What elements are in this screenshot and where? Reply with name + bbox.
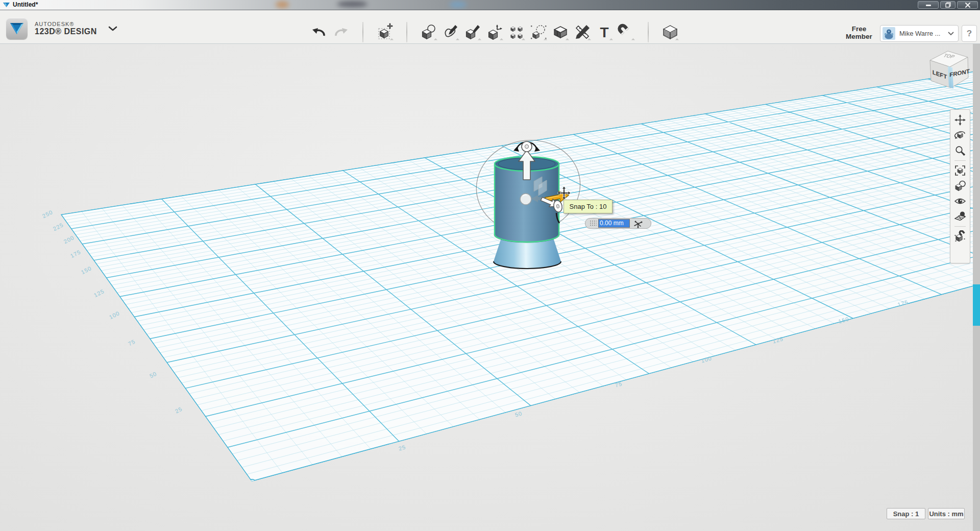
app-menu[interactable]: AUTODESK® 123D® DESIGN [6,18,117,39]
titlebar-blur-artifact [276,1,289,8]
grouping-tool-button[interactable] [529,23,548,41]
combine-tool-button[interactable] [551,23,570,41]
palette-separator [954,226,966,227]
redo-button[interactable] [332,23,350,41]
palette-separator [954,160,966,161]
brand-line2: 123D® DESIGN [35,27,97,36]
tool-strip: T [310,22,679,42]
material-tool-button[interactable] [661,23,679,41]
toolbar-separator [362,22,363,42]
membership-line2: Member [837,33,881,40]
pattern-tool-button[interactable] [507,23,526,41]
titlebar-blur-artifact [449,1,467,8]
app-logo-icon [3,2,10,8]
avatar [883,27,895,40]
membership-label: Free Member [837,25,881,40]
membership-line1: Free [837,25,881,33]
hide-selected-button[interactable] [952,178,968,194]
app-logo-tile [6,18,28,39]
units-setting-button[interactable]: Units : mm [928,508,965,519]
sketch-tool-button[interactable] [442,23,460,41]
text-tool-glyph: T [600,25,608,40]
application-window: Untitled* [0,0,980,531]
titlebar-blur-artifact [337,1,368,7]
minimize-button[interactable] [918,1,939,9]
modify-tool-button[interactable] [485,23,504,41]
snap-tool-button[interactable] [617,23,635,41]
navigation-palette [950,109,970,263]
titlebar: Untitled* [0,0,980,10]
dimension-value-selected: 0.00 mm [599,220,629,227]
view-cube[interactable]: TOP LEFT FRONT [923,46,976,97]
restore-button[interactable] [940,1,955,9]
right-edge-accent-tab[interactable] [973,284,980,326]
show-all-button[interactable] [952,194,968,209]
primitives-tool-button[interactable] [420,23,438,41]
text-tool-button[interactable]: T [595,23,614,41]
drag-grip-icon[interactable] [590,220,597,227]
fit-button[interactable] [952,163,968,178]
undo-button[interactable] [310,23,328,41]
pan-button[interactable] [952,112,968,128]
snap-to-grid-button[interactable] [952,229,968,244]
brand-text: AUTODESK® 123D® DESIGN [35,21,97,36]
user-account-button[interactable]: Mike Warre ... [880,25,959,42]
measure-tool-button[interactable] [573,23,592,41]
help-button[interactable]: ? [962,25,977,42]
window-title: Untitled* [13,1,38,8]
snap-setting-button[interactable]: Snap : 1 [887,508,925,519]
construct-tool-button[interactable] [463,23,482,41]
user-name: Mike Warre ... [899,30,948,37]
transform-tool-button[interactable] [376,23,394,41]
toolbar-separator [648,22,649,42]
chevron-down-icon[interactable] [108,26,117,31]
toolbar-separator [406,22,407,42]
orbit-button[interactable] [952,128,968,143]
dimension-input-pill: 0.00 mm [585,218,651,229]
chevron-down-icon [948,32,954,36]
brand-line1: AUTODESK® [35,21,97,27]
viewport-canvas[interactable] [0,44,980,531]
show-grid-button[interactable] [952,209,968,224]
axis-jack-icon[interactable] [633,219,643,229]
123d-logo-icon [9,21,25,36]
close-button[interactable] [957,1,978,9]
zoom-button[interactable] [952,143,968,158]
snap-tooltip: Snap To : 10 [564,200,612,213]
dimension-input[interactable]: 0.00 mm [598,219,630,228]
main-toolbar: AUTODESK® 123D® DESIGN [0,10,980,44]
